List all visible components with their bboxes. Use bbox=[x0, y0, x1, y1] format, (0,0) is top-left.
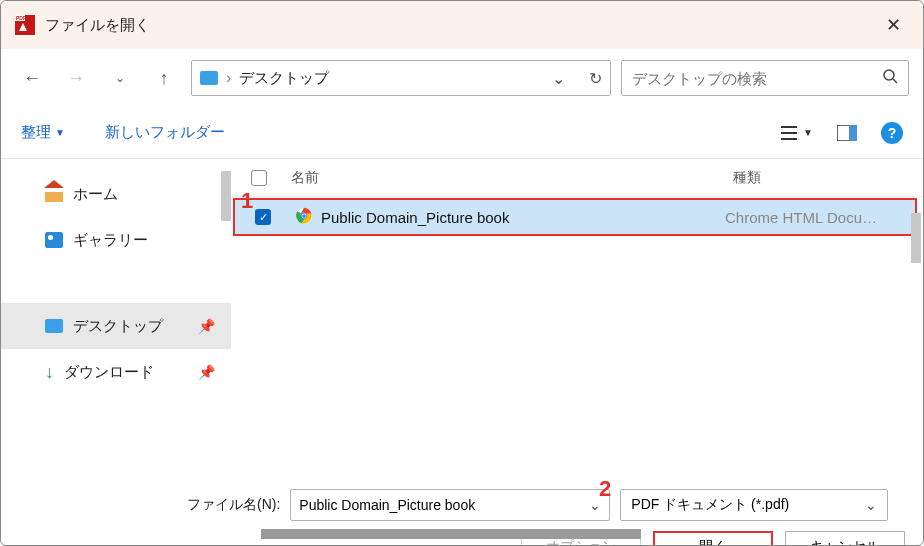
pin-icon[interactable]: 📌 bbox=[198, 364, 215, 380]
file-row[interactable]: ✓ Public Domain_Picture book Chrome HTML… bbox=[233, 198, 917, 236]
sidebar-item-desktop[interactable]: デスクトップ 📌 bbox=[1, 303, 231, 349]
chrome-icon bbox=[295, 207, 313, 228]
path-segment[interactable]: デスクトップ bbox=[239, 69, 329, 88]
column-type[interactable]: 種類 bbox=[733, 169, 923, 187]
desktop-icon bbox=[45, 319, 63, 333]
help-button[interactable]: ? bbox=[881, 122, 903, 144]
organize-menu[interactable]: 整理 ▼ bbox=[21, 123, 65, 142]
organize-label: 整理 bbox=[21, 123, 51, 142]
up-button[interactable]: ↑ bbox=[147, 61, 181, 95]
titlebar: PDF ファイルを開く ✕ bbox=[1, 1, 923, 49]
app-icon: PDF bbox=[15, 15, 35, 35]
filename-label: ファイル名(N): bbox=[187, 496, 280, 514]
home-icon bbox=[45, 186, 63, 202]
forward-button[interactable]: → bbox=[59, 61, 93, 95]
sidebar-item-home[interactable]: ホーム bbox=[1, 171, 231, 217]
file-h-scrollbar[interactable] bbox=[261, 529, 641, 539]
select-all-checkbox[interactable] bbox=[251, 170, 267, 186]
recent-dropdown[interactable]: ⌄ bbox=[103, 61, 137, 95]
sidebar-label: ギャラリー bbox=[73, 231, 148, 250]
toolbar: 整理 ▼ 新しいフォルダー ▼ ? bbox=[1, 107, 923, 159]
path-dropdown-icon[interactable]: ⌄ bbox=[552, 69, 565, 88]
filename-input[interactable]: Public Domain_Picture book ⌄ bbox=[290, 489, 610, 521]
view-list-button[interactable]: ▼ bbox=[781, 125, 813, 141]
path-box[interactable]: › デスクトップ ⌄ ↻ bbox=[191, 60, 611, 96]
path-separator-icon: › bbox=[226, 69, 231, 87]
sidebar-item-downloads[interactable]: ↓ ダウンロード 📌 bbox=[1, 349, 231, 395]
back-button[interactable]: ← bbox=[15, 61, 49, 95]
file-v-scrollbar[interactable] bbox=[911, 213, 921, 263]
download-icon: ↓ bbox=[45, 363, 54, 381]
sidebar: ホーム ギャラリー デスクトップ 📌 ↓ ダウンロード 📌 bbox=[1, 159, 231, 475]
sidebar-label: ダウンロード bbox=[64, 363, 154, 382]
column-name[interactable]: 名前 bbox=[291, 169, 733, 187]
svg-point-3 bbox=[884, 70, 894, 80]
nav-row: ← → ⌄ ↑ › デスクトップ ⌄ ↻ bbox=[1, 49, 923, 107]
sidebar-label: デスクトップ bbox=[73, 317, 163, 336]
body: ホーム ギャラリー デスクトップ 📌 ↓ ダウンロード 📌 名前 種類 ✓ bbox=[1, 159, 923, 475]
search-input[interactable] bbox=[632, 70, 882, 87]
open-button[interactable]: 開く bbox=[653, 531, 773, 546]
filetype-filter[interactable]: PDF ドキュメント (*.pdf) ⌄ bbox=[620, 489, 888, 521]
pin-icon[interactable]: 📌 bbox=[198, 318, 215, 334]
search-box[interactable] bbox=[621, 60, 909, 96]
file-pane: 名前 種類 ✓ Public Domain_Picture book Chrom… bbox=[231, 159, 923, 475]
svg-rect-9 bbox=[849, 125, 857, 141]
file-name: Public Domain_Picture book bbox=[321, 209, 725, 226]
window-title: ファイルを開く bbox=[45, 16, 150, 35]
file-type: Chrome HTML Docu… bbox=[725, 209, 915, 226]
refresh-button[interactable]: ↻ bbox=[579, 69, 602, 88]
filter-dropdown-icon[interactable]: ⌄ bbox=[865, 497, 877, 513]
cancel-button[interactable]: キャンセル bbox=[785, 531, 905, 546]
callout-1: 1 bbox=[241, 188, 253, 214]
caret-down-icon: ▼ bbox=[803, 127, 813, 138]
preview-pane-button[interactable] bbox=[837, 125, 857, 141]
caret-down-icon: ▼ bbox=[55, 127, 65, 138]
callout-2: 2 bbox=[599, 476, 611, 502]
svg-line-4 bbox=[893, 79, 897, 83]
svg-text:PDF: PDF bbox=[16, 15, 26, 21]
sidebar-item-gallery[interactable]: ギャラリー bbox=[1, 217, 231, 263]
folder-icon bbox=[200, 71, 218, 85]
close-button[interactable]: ✕ bbox=[877, 14, 909, 36]
sidebar-label: ホーム bbox=[73, 185, 118, 204]
row-checkbox[interactable]: ✓ bbox=[255, 209, 271, 225]
filename-value: Public Domain_Picture book bbox=[299, 497, 475, 513]
gallery-icon bbox=[45, 232, 63, 248]
new-folder-button[interactable]: 新しいフォルダー bbox=[105, 123, 225, 142]
search-icon[interactable] bbox=[882, 68, 898, 88]
sidebar-scrollbar[interactable] bbox=[221, 171, 231, 221]
svg-point-14 bbox=[302, 214, 306, 218]
filter-label: PDF ドキュメント (*.pdf) bbox=[631, 496, 789, 514]
file-header: 名前 種類 bbox=[231, 159, 923, 197]
